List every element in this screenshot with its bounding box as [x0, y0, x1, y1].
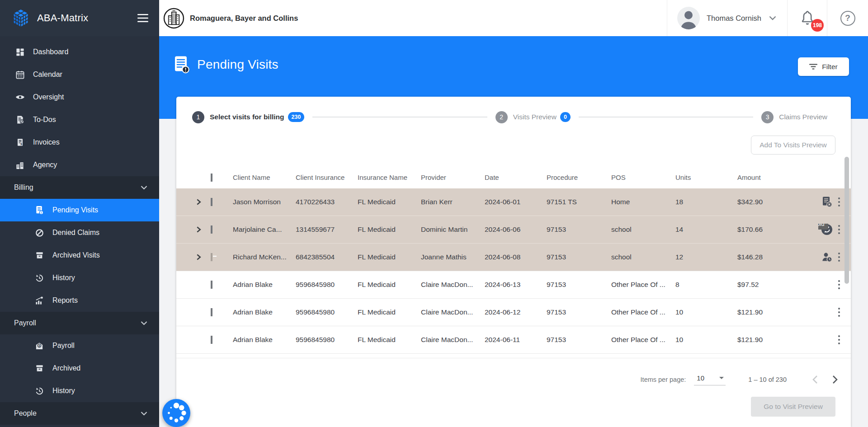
items-per-page-label: Items per page: [641, 376, 686, 383]
expand-row-chevron-right-icon[interactable] [196, 254, 211, 260]
sidebar-item-label: Invoices [33, 138, 60, 146]
sidebar-item-label: Reports [52, 296, 78, 305]
column-header-amount: Amount [737, 174, 818, 181]
help-button[interactable]: ? [827, 11, 868, 26]
provider-time-icon[interactable] [821, 252, 833, 263]
calendar-icon [15, 70, 25, 79]
expand-row-chevron-right-icon[interactable] [196, 226, 211, 233]
billing-stepper: 1 Select visits for billing230 2 Visits … [192, 111, 827, 123]
sidebar-item-archived-visits[interactable]: Archived Visits [0, 244, 159, 267]
row-checkbox[interactable] [211, 308, 212, 316]
clipped-next-row [176, 354, 851, 358]
cell-checkbox [211, 308, 233, 316]
step-count-badge: 230 [288, 112, 305, 122]
go-to-visit-preview-button[interactable]: Go to Visit Preview [751, 397, 835, 417]
void-document-icon[interactable] [821, 196, 833, 208]
cell-client-name: Marjolaine Ca... [233, 225, 296, 234]
cell-date: 2024-06-12 [485, 308, 547, 316]
row-checkbox[interactable] [211, 281, 212, 289]
topbar-right: Thomas Cornish 198 ? [667, 0, 868, 36]
row-checkbox[interactable] [211, 198, 212, 206]
floating-widget-button[interactable] [162, 399, 190, 427]
reports-icon [34, 296, 44, 305]
page-size-select[interactable]: 10 [694, 374, 726, 385]
cell-units: 10 [675, 308, 737, 316]
kebab-menu-icon[interactable] [837, 224, 841, 235]
sidebar-item-people[interactable]: People [0, 402, 159, 425]
add-to-visits-preview-button[interactable]: Add To Visits Preview [751, 136, 835, 155]
payroll-icon: $ [34, 342, 44, 350]
sidebar-item-payroll[interactable]: Payroll [0, 312, 159, 334]
cell-units: 8 [675, 281, 737, 289]
stepper-step-claims-preview[interactable]: 3 Claims Preview [761, 111, 827, 123]
select-all-checkbox[interactable] [211, 174, 212, 182]
row-checkbox[interactable] [211, 253, 212, 261]
topbar: Romaguera, Bayer and Collins Thomas Corn… [159, 0, 868, 36]
cell-provider: Claire MacDon... [421, 336, 485, 344]
cell-units: 14 [675, 225, 737, 234]
cell-checkbox [211, 253, 233, 261]
cell-insurance-name: FL Medicaid [358, 308, 421, 316]
row-checkbox[interactable] [211, 225, 212, 234]
kebab-menu-icon[interactable] [837, 197, 841, 207]
sidebar-item-agency[interactable]: Agency [0, 154, 159, 176]
sidebar-item-denied-claims[interactable]: Denied Claims [0, 221, 159, 244]
kebab-menu-icon[interactable] [837, 252, 841, 263]
previous-page-button[interactable] [812, 375, 818, 384]
sidebar-item-to-dos[interactable]: To-Dos [0, 108, 159, 131]
stepper-step-visits-preview[interactable]: 2 Visits Preview0 [495, 111, 571, 123]
void-icon[interactable]: Void [821, 224, 833, 235]
pending-visits-card: 1 Select visits for billing230 2 Visits … [176, 97, 851, 427]
cell-procedure: 97153 [547, 253, 611, 261]
avatar [677, 7, 700, 29]
user-menu[interactable]: Thomas Cornish [667, 7, 787, 29]
kebab-menu-icon[interactable] [837, 307, 841, 318]
sidebar-item-history[interactable]: History [0, 380, 159, 402]
kebab-menu-icon[interactable] [837, 279, 841, 290]
cell-units: 10 [675, 336, 737, 344]
sidebar-item-billing[interactable]: Billing [0, 176, 159, 199]
cell-client-insurance: 4170226433 [296, 198, 358, 206]
sidebar-item-label: Oversight [33, 93, 64, 101]
chevron-down-icon [769, 16, 776, 20]
cell-provider: Dominic Martin [421, 225, 485, 234]
sidebar-nav: Dashboard Calendar Oversight To-Dos $Inv… [0, 36, 159, 425]
expand-row-chevron-right-icon[interactable] [196, 199, 211, 205]
cell-checkbox [211, 198, 233, 206]
sidebar-item-calendar[interactable]: Calendar [0, 63, 159, 86]
sidebar-item-archived[interactable]: Archived [0, 357, 159, 380]
cell-procedure: 97153 [547, 225, 611, 234]
filter-button[interactable]: Filter [798, 57, 849, 76]
cell-units: 12 [675, 253, 737, 261]
stepper-connector [312, 117, 487, 117]
sidebar-item-history[interactable]: History [0, 267, 159, 289]
sidebar-item-invoices[interactable]: $Invoices [0, 131, 159, 154]
cell-pos: school [611, 225, 675, 234]
sidebar-item-oversight[interactable]: Oversight [0, 86, 159, 108]
sidebar-item-reports[interactable]: Reports [0, 289, 159, 312]
sidebar-item-payroll[interactable]: $Payroll [0, 334, 159, 357]
history-icon [34, 387, 44, 395]
chevron-down-icon [141, 412, 147, 416]
archive-box-icon [34, 251, 44, 259]
next-page-button[interactable] [832, 375, 838, 384]
hamburger-menu-icon[interactable] [137, 14, 148, 22]
cell-amount: $342.90 [737, 198, 818, 206]
sidebar-item-pending-visits[interactable]: Pending Visits [0, 199, 159, 221]
notifications-button[interactable]: 198 [788, 10, 827, 26]
cell-date: 2024-06-08 [485, 253, 547, 261]
kebab-menu-icon[interactable] [837, 334, 841, 345]
sidebar-item-dashboard[interactable]: Dashboard [0, 41, 159, 63]
cell-pos: Home [611, 198, 675, 206]
select-all-row [211, 174, 233, 182]
stepper-step-select-visits-for-billing[interactable]: 1 Select visits for billing230 [192, 111, 304, 123]
sidebar-item-label: Denied Claims [52, 229, 99, 237]
row-checkbox[interactable] [211, 336, 212, 344]
cell-pos: Other Place Of ... [611, 281, 675, 289]
cell-client-insurance: 1314559677 [296, 225, 358, 234]
cell-provider: Claire MacDon... [421, 281, 485, 289]
vertical-scrollbar[interactable] [844, 157, 849, 284]
sidebar-item-label: Payroll [14, 319, 141, 327]
page-title-row: Pending Visits [174, 56, 278, 74]
dashboard-icon [15, 48, 25, 56]
